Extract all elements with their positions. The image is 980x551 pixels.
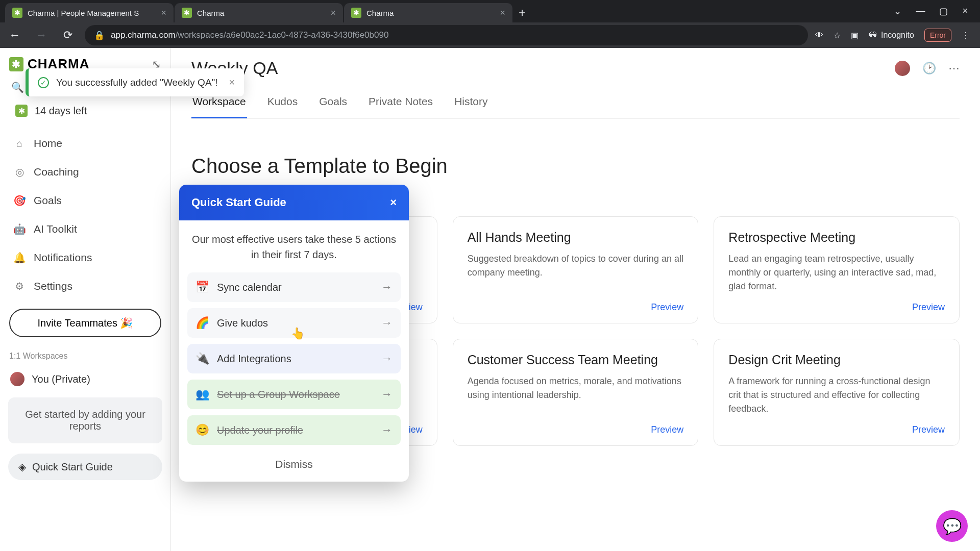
quick-start-guide-button[interactable]: ◈ Quick Start Guide: [8, 454, 162, 480]
user-avatar[interactable]: [895, 61, 910, 76]
arrow-right-icon: →: [381, 388, 393, 401]
browser-tab[interactable]: ✱ Charma ×: [344, 3, 512, 22]
qsg-item-update-profile[interactable]: 😊 Update your profile →: [187, 415, 401, 445]
new-tab-button[interactable]: +: [513, 3, 531, 22]
url-host: app.charma.com: [111, 30, 176, 40]
close-window-icon[interactable]: ×: [962, 6, 968, 17]
tab-goals[interactable]: Goals: [318, 90, 348, 118]
clock-icon[interactable]: 🕑: [922, 62, 936, 75]
maximize-icon[interactable]: ▢: [939, 6, 948, 17]
qsg-item-give-kudos[interactable]: 🌈 Give kudos →: [187, 308, 401, 338]
tab-close-icon[interactable]: ×: [330, 8, 336, 18]
qsg-item-label: Give kudos: [217, 317, 268, 329]
reports-text: Get started by adding your reports: [25, 409, 145, 432]
qsg-item-add-integrations[interactable]: 🔌 Add Integrations →: [187, 344, 401, 373]
sidebar-item-home[interactable]: ⌂Home: [6, 129, 164, 158]
eye-off-icon[interactable]: 👁: [815, 31, 823, 40]
browser-tab[interactable]: ✱ Charma ×: [175, 3, 343, 22]
browser-tab[interactable]: ✱ Charma | People Management S ×: [5, 3, 174, 22]
nav-label: Settings: [34, 280, 72, 292]
forward-button[interactable]: →: [32, 26, 51, 45]
tab-title: Charma: [197, 9, 325, 17]
nav-label: AI Toolkit: [34, 223, 77, 235]
toast-close-icon[interactable]: ×: [229, 77, 235, 88]
template-card[interactable]: Customer Success Team Meeting Agenda foc…: [453, 339, 699, 446]
reload-button[interactable]: ⟳: [58, 26, 78, 45]
plug-icon: 🔌: [195, 352, 209, 365]
sidebar: ✱ CHARMA ⤡ 🔍 ✱ 14 days left ⌂Home ◎Coach…: [0, 48, 171, 551]
template-title: All Hands Meeting: [468, 230, 684, 245]
tab-kudos[interactable]: Kudos: [266, 90, 299, 118]
preview-link[interactable]: Preview: [468, 302, 684, 313]
add-reports-card[interactable]: Get started by adding your reports: [8, 397, 162, 443]
preview-link[interactable]: Preview: [468, 424, 684, 435]
nav-label: Notifications: [34, 252, 92, 264]
incognito-label: Incognito: [881, 31, 914, 40]
sidebar-item-settings[interactable]: ⚙Settings: [6, 272, 164, 300]
template-card[interactable]: Design Crit Meeting A framework for runn…: [714, 339, 960, 446]
preview-link[interactable]: Preview: [728, 424, 945, 435]
url-bar: ← → ⟳ 🔒 app.charma.com/workspaces/a6e00a…: [0, 22, 980, 48]
preview-link[interactable]: Preview: [728, 302, 945, 313]
workspace-tabs: Workspace Kudos Goals Private Notes Hist…: [191, 90, 960, 119]
qsg-list: 📅 Sync calendar → 🌈 Give kudos → 🔌 Add I…: [179, 270, 409, 449]
toolbar-right: 👁 ☆ ▣ 🕶 Incognito Error ⋮: [815, 29, 975, 42]
avatar-icon: [10, 372, 24, 386]
tab-search-icon[interactable]: ⌄: [894, 6, 901, 17]
sidebar-item-coaching[interactable]: ◎Coaching: [6, 158, 164, 186]
panel-icon[interactable]: ▣: [851, 31, 859, 40]
calendar-icon: 📅: [195, 281, 209, 294]
sidebar-item-ai-toolkit[interactable]: 🤖AI Toolkit: [6, 215, 164, 243]
template-card[interactable]: All Hands Meeting Suggested breakdown of…: [453, 216, 699, 323]
invite-teammates-button[interactable]: Invite Teammates 🎉: [9, 309, 161, 337]
url-field[interactable]: 🔒 app.charma.com/workspaces/a6e00ac2-1ac…: [85, 25, 808, 45]
qsg-dismiss-button[interactable]: Dismiss: [179, 449, 409, 482]
lock-icon: 🔒: [94, 30, 105, 41]
menu-icon[interactable]: ⋮: [962, 31, 970, 40]
template-desc: Suggested breakdown of topics to cover d…: [468, 252, 684, 295]
bookmark-star-icon[interactable]: ☆: [834, 31, 841, 40]
chat-fab[interactable]: 💬: [936, 510, 968, 542]
trial-banner[interactable]: ✱ 14 days left: [6, 97, 164, 124]
back-button[interactable]: ←: [5, 26, 24, 45]
sidebar-item-goals[interactable]: 🎯Goals: [6, 186, 164, 215]
qsg-item-setup-group-workspace[interactable]: 👥 Set up a Group Workspace →: [187, 380, 401, 409]
favicon-icon: ✱: [351, 8, 361, 18]
compass-icon: ◈: [18, 461, 26, 473]
qsg-title: Quick Start Guide: [191, 196, 286, 209]
tab-title: Charma | People Management S: [28, 9, 156, 17]
app: ✓ You successfully added "Weekly QA"! × …: [0, 48, 980, 551]
coaching-icon: ◎: [13, 166, 26, 178]
qsg-pill-label: Quick Start Guide: [32, 461, 113, 473]
template-card[interactable]: Retrospective Meeting Lead an engaging t…: [714, 216, 960, 323]
checkmark-icon: ✓: [38, 77, 49, 88]
tab-close-icon[interactable]: ×: [500, 8, 505, 18]
tab-private-notes[interactable]: Private Notes: [368, 90, 434, 118]
qsg-item-sync-calendar[interactable]: 📅 Sync calendar →: [187, 272, 401, 302]
nav-list: ⌂Home ◎Coaching 🎯Goals 🤖AI Toolkit 🔔Noti…: [6, 129, 164, 300]
gear-icon: ⚙: [13, 280, 26, 292]
nav-label: Goals: [34, 194, 62, 207]
template-title: Customer Success Team Meeting: [468, 353, 684, 367]
sidebar-item-you[interactable]: You (Private): [6, 365, 164, 393]
template-desc: Agenda focused on metrics, morale, and m…: [468, 374, 684, 417]
more-icon[interactable]: ⋯: [948, 62, 960, 75]
success-toast: ✓ You successfully added "Weekly QA"! ×: [26, 68, 244, 96]
template-desc: Lead an engaging team retrospective, usu…: [728, 252, 945, 295]
trial-text: 14 days left: [35, 105, 87, 117]
bell-icon: 🔔: [13, 252, 26, 264]
minimize-icon[interactable]: —: [916, 6, 925, 17]
topbar: Weekly QA 🕑 ⋯: [191, 58, 960, 78]
templates-heading: Choose a Template to Begin: [191, 155, 960, 178]
chat-icon: 💬: [943, 517, 962, 535]
tab-history[interactable]: History: [453, 90, 488, 118]
ai-icon: 🤖: [13, 223, 26, 235]
logo-icon: ✱: [9, 57, 23, 71]
error-badge[interactable]: Error: [924, 29, 951, 42]
qsg-close-icon[interactable]: ×: [390, 196, 397, 209]
search-icon: 🔍: [11, 81, 24, 93]
topbar-actions: 🕑 ⋯: [895, 61, 960, 76]
sidebar-item-notifications[interactable]: 🔔Notifications: [6, 243, 164, 272]
tab-close-icon[interactable]: ×: [161, 8, 166, 18]
sparkle-icon: ✱: [15, 105, 28, 117]
